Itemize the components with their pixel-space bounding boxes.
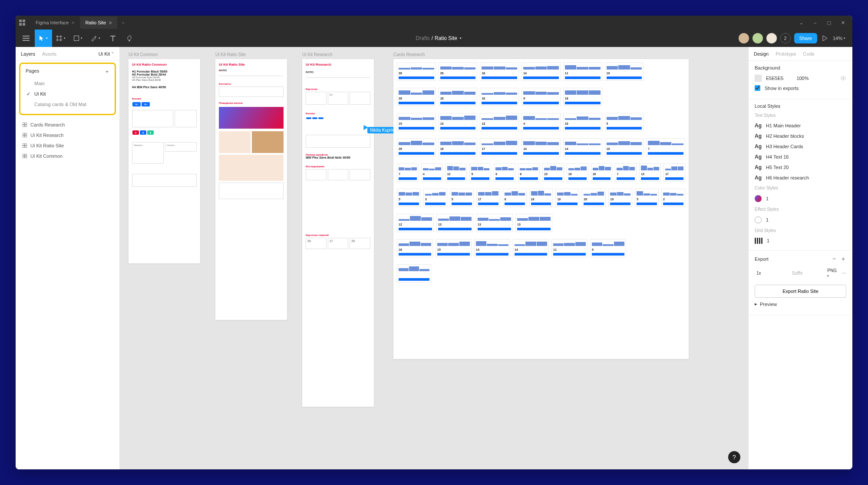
tab-code[interactable]: Code <box>803 51 814 56</box>
card-thumbnail[interactable]: 5 <box>397 189 421 207</box>
text-style-item[interactable]: AgH4 Text 16 <box>755 152 846 162</box>
layer-item[interactable]: Ui Kit Research <box>16 130 119 140</box>
text-tool[interactable] <box>104 30 122 47</box>
card-thumbnail[interactable]: 8 <box>518 163 540 182</box>
window-maximize-icon[interactable]: ▢ <box>826 20 832 26</box>
tab-ratio-site[interactable]: Ratio Site ✕ <box>80 17 117 29</box>
card-thumbnail[interactable]: 13 <box>436 214 473 232</box>
tab-assets[interactable]: Assets <box>42 51 56 56</box>
pen-tool[interactable]: ▾ <box>87 30 104 47</box>
card-thumbnail[interactable]: 5 <box>469 163 491 182</box>
avatar[interactable] <box>766 33 777 43</box>
frame-label[interactable]: Ui Kit Research <box>302 52 332 57</box>
comment-tool[interactable] <box>122 30 139 47</box>
zoom-control[interactable]: 14%▾ <box>833 36 845 41</box>
text-style-item[interactable]: AgH3 Header Cards <box>755 141 846 152</box>
text-style-item[interactable]: AgH2 Header blocks <box>755 131 846 141</box>
card-thumbnail[interactable]: 3 <box>423 189 447 207</box>
card-thumbnail[interactable]: 11 <box>551 239 587 257</box>
tab-close-icon[interactable]: ✕ <box>71 20 75 25</box>
export-suffix-field[interactable]: Suffix <box>790 270 822 276</box>
frame-tool[interactable]: ▾ <box>52 30 69 47</box>
window-minimize-icon[interactable]: – <box>812 20 818 26</box>
card-thumbnail[interactable]: 5 <box>635 189 659 207</box>
card-thumbnail[interactable]: 16 <box>591 163 613 182</box>
export-plus-icon[interactable]: ＋ <box>840 255 846 263</box>
card-thumbnail[interactable]: 19 <box>605 63 644 81</box>
card-thumbnail[interactable]: 18 <box>439 138 478 156</box>
layer-item[interactable]: Ui Kit Common <box>16 151 119 161</box>
page-selector[interactable]: Ui Kit⌃ <box>99 51 114 56</box>
shape-tool[interactable]: ▾ <box>69 30 87 47</box>
text-style-item[interactable]: AgH6 Header research <box>755 173 846 183</box>
card-thumbnail[interactable]: 9 <box>590 239 626 257</box>
tab-close-icon[interactable]: ✕ <box>109 20 112 25</box>
text-style-item[interactable]: AgH1 Main Header <box>755 120 846 131</box>
card-thumbnail[interactable]: 7 <box>397 163 419 182</box>
card-thumbnail[interactable]: 5 <box>605 113 644 131</box>
card-thumbnail[interactable]: 20 <box>397 63 436 81</box>
move-tool[interactable]: ▾ <box>35 30 52 47</box>
export-scale-field[interactable]: 1x <box>755 270 787 276</box>
page-item-ui-kit[interactable]: ✓Ui Kit <box>22 89 113 99</box>
frame-label[interactable]: Ui Kit Ratio Site <box>215 52 246 57</box>
layer-item[interactable]: Cards Research <box>16 120 119 130</box>
avatar[interactable] <box>752 33 763 43</box>
background-hex[interactable]: E5E5E5 <box>766 76 783 81</box>
color-style-item[interactable]: 1 <box>755 193 846 204</box>
show-in-exports-checkbox[interactable] <box>755 85 760 91</box>
card-thumbnail[interactable]: 19 <box>542 163 564 182</box>
card-thumbnail[interactable]: 7 <box>646 138 685 156</box>
card-thumbnail[interactable]: 13 <box>515 214 552 232</box>
card-thumbnail[interactable]: 14 <box>513 239 549 257</box>
card-thumbnail[interactable]: 18 <box>529 189 553 207</box>
card-thumbnail[interactable]: 14 <box>521 138 561 156</box>
preview-toggle[interactable]: ▸Preview <box>755 298 846 310</box>
page-item-catalog[interactable]: Catalog cards & Old Mat <box>22 99 113 110</box>
collaborator-count[interactable]: 2 <box>780 33 791 43</box>
breadcrumb[interactable]: Drafts / Ratio Site ▾ <box>139 35 739 41</box>
text-style-item[interactable]: AgH5 Text 20 <box>755 162 846 173</box>
window-dropdown-icon[interactable]: ⌄ <box>799 20 804 26</box>
card-thumbnail[interactable]: 12 <box>446 163 467 182</box>
frame-label[interactable]: Cards Research <box>393 52 425 57</box>
layer-item[interactable]: Ui Kit Ratio Site <box>16 140 119 151</box>
grid-style-item[interactable]: 1 <box>755 236 846 246</box>
menu-button[interactable] <box>17 30 35 47</box>
card-thumbnail[interactable]: 19 <box>608 189 632 207</box>
frame-label[interactable]: Ui Kit Common <box>129 52 158 57</box>
card-thumbnail[interactable]: 7 <box>615 163 637 182</box>
card-thumbnail[interactable]: 18 <box>563 88 602 106</box>
card-thumbnail[interactable]: 17 <box>663 163 685 182</box>
card-thumbnail[interactable]: 4 <box>421 163 443 182</box>
canvas-frame-ratio-site[interactable]: Ui Kit Ratio Site RATIO Контакты Поведен… <box>215 59 287 320</box>
card-thumbnail[interactable]: 11 <box>563 63 602 81</box>
tab-layers[interactable]: Layers <box>21 51 35 56</box>
card-thumbnail[interactable]: 20 <box>397 138 436 156</box>
card-thumbnail[interactable]: 14 <box>521 63 561 81</box>
background-swatch[interactable] <box>755 75 762 82</box>
avatar[interactable] <box>739 33 749 43</box>
card-thumbnail[interactable]: 13 <box>439 113 478 131</box>
card-thumbnail[interactable]: 19 <box>555 189 579 207</box>
card-thumbnail[interactable]: 13 <box>476 214 513 232</box>
card-thumbnail[interactable]: 18 <box>480 88 519 106</box>
new-tab-button[interactable]: ＋ <box>117 16 129 30</box>
present-icon[interactable] <box>821 35 829 41</box>
tab-design[interactable]: Design <box>754 51 769 56</box>
card-thumbnail[interactable]: 16 <box>567 163 588 182</box>
background-opacity[interactable]: 100% <box>796 76 809 81</box>
help-button[interactable]: ? <box>728 451 740 463</box>
card-thumbnail[interactable]: 17 <box>480 138 519 156</box>
home-grid-icon[interactable] <box>19 20 25 26</box>
card-thumbnail[interactable]: 6 <box>503 189 527 207</box>
card-thumbnail[interactable]: 5 <box>450 189 474 207</box>
add-page-icon[interactable]: ＋ <box>105 68 109 75</box>
canvas-frame-research[interactable]: Ui Kit Research RATIO Карточки 14 Кнопки… <box>302 59 374 407</box>
effect-style-item[interactable]: 1 <box>755 214 846 226</box>
card-thumbnail[interactable]: 6 <box>494 163 515 182</box>
card-thumbnail[interactable]: 9 <box>521 88 561 106</box>
card-thumbnail[interactable]: 10 <box>605 138 644 156</box>
card-thumbnail[interactable]: 10 <box>563 113 602 131</box>
card-thumbnail[interactable]: 14 <box>474 239 510 257</box>
